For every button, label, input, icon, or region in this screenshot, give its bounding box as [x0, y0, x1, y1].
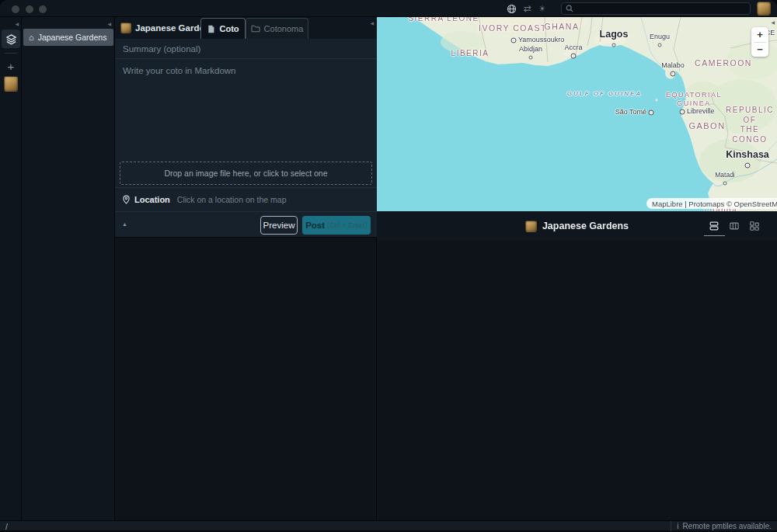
coto-content-input[interactable]: [123, 66, 369, 153]
columns-view-icon: [729, 221, 740, 231]
columns-view-button[interactable]: [728, 220, 740, 232]
map-country-label: GHANA: [545, 22, 580, 32]
map-city-marker: [680, 110, 685, 115]
map-city-label: Abidjan: [519, 45, 542, 54]
add-node-button[interactable]: +: [0, 57, 22, 75]
collapse-nav-icon[interactable]: ◀: [107, 22, 111, 26]
markdown-area: [115, 59, 377, 160]
map-city-marker: [745, 163, 751, 169]
statusbar-message: i Remote pmtiles available.: [671, 521, 777, 531]
location-pin-icon: [122, 195, 131, 204]
map-city-marker: [671, 71, 676, 77]
right-column: SIERRA LEONEIVORY COASTGHANALIBERIACAMER…: [377, 17, 777, 520]
map-city-marker: [529, 56, 533, 60]
sidebar-divider: [5, 53, 17, 54]
grid-view-icon: [749, 221, 760, 231]
location-hint: Click on a location on the map: [177, 195, 287, 204]
panel-title: Japanese Gardens: [542, 221, 629, 231]
globe-icon[interactable]: [504, 0, 518, 17]
collapse-right-panel-icon[interactable]: ◀: [771, 20, 775, 25]
map-city-label: Accra: [564, 43, 582, 52]
map-attribution: MapLibre | Protomaps © OpenStreetMap i: [646, 198, 777, 209]
user-avatar[interactable]: [757, 2, 771, 16]
zoom-in-button[interactable]: +: [751, 27, 768, 42]
search-box[interactable]: [561, 2, 751, 15]
map-zoom-control: + −: [751, 27, 768, 57]
info-icon: i: [677, 522, 678, 530]
summary-input[interactable]: [123, 44, 364, 54]
map[interactable]: SIERRA LEONEIVORY COASTGHANALIBERIACAMER…: [377, 17, 777, 211]
map-city-label: Libreville: [687, 107, 715, 116]
zoom-divider: [754, 42, 766, 43]
map-city-marker: [723, 182, 727, 186]
cotonoma-avatar: [525, 221, 537, 232]
stream-view-button[interactable]: [708, 220, 720, 232]
close-button[interactable]: [12, 5, 19, 13]
minimize-button[interactable]: [26, 5, 33, 13]
map-city-label: Kinshasa: [726, 149, 769, 162]
map-country-label: CAMEROON: [695, 58, 752, 68]
post-button-shortcut: (Ctrl + Enter): [327, 221, 368, 229]
statusbar-shortcut-hint: /: [5, 521, 8, 531]
map-city-marker: [511, 38, 517, 43]
statusbar: / i Remote pmtiles available.: [0, 520, 777, 532]
map-ocean-label: GULF OF GUINEA: [567, 90, 642, 98]
coto-icon: [207, 25, 215, 33]
tab-label: Coto: [219, 24, 239, 33]
maximize-button[interactable]: [39, 5, 47, 13]
summary-row: [115, 39, 377, 59]
fold-editor-toggle[interactable]: ▲: [122, 221, 127, 227]
map-country-label: REPUBLIC OF THE CONGO: [726, 106, 774, 144]
preview-button[interactable]: Preview: [260, 216, 298, 235]
grid-view-button[interactable]: [748, 220, 761, 232]
layers-icon: [5, 33, 17, 45]
map-city-marker: [612, 43, 616, 47]
post-button[interactable]: Post (Ctrl + Enter): [302, 216, 371, 235]
cotonoma-panel-header: Japanese Gardens: [377, 211, 777, 241]
location-row: Location Click on a location on the map: [115, 187, 377, 211]
map-country-label: SIERRA LEONE: [408, 17, 479, 23]
cotonoma-folder-icon: [251, 25, 260, 33]
statusbar-message-text: Remote pmtiles available.: [683, 522, 772, 530]
nav-item-label: Japanese Gardens: [38, 33, 107, 42]
map-city-marker: [658, 43, 662, 47]
cotonoma-timeline: [377, 241, 777, 520]
map-city-marker: [649, 110, 654, 116]
search-input[interactable]: [577, 5, 732, 13]
app-window: ⇄ ☀ ◀ + ◀ ⌂ Japanese Gardens: [0, 0, 777, 532]
map-country-label: LIBERIA: [451, 49, 490, 59]
editor-footer: ▲ Preview Post (Ctrl + Enter): [115, 211, 377, 238]
map-country-label: EQUATORIAL GUINEA: [653, 91, 736, 109]
tab-cotonoma[interactable]: Cotonoma: [246, 18, 308, 39]
zoom-out-button[interactable]: −: [751, 42, 768, 57]
collapse-editor-panel-icon[interactable]: ◀: [370, 21, 374, 26]
nodes-button[interactable]: [2, 30, 20, 48]
map-city-label: Malabo: [661, 61, 685, 70]
node-avatar-japanese-gardens[interactable]: [4, 76, 18, 92]
editor-header: Japanese Gardens Coto Cotonoma ◀: [115, 17, 377, 39]
center-column: Japanese Gardens Coto Cotonoma ◀: [115, 17, 377, 520]
map-city-label: São Tomé: [615, 108, 646, 116]
map-city-label: Enugu: [650, 33, 670, 41]
nav-item-japanese-gardens[interactable]: ⌂ Japanese Gardens: [23, 29, 113, 46]
tab-coto[interactable]: Coto: [200, 18, 246, 39]
location-label: Location: [134, 195, 170, 204]
map-city-label: Yamoussoukro: [518, 36, 564, 44]
map-city-label: Lagos: [600, 29, 629, 41]
map-country-label: GABON: [688, 121, 725, 132]
attribution-text: MapLibre | Protomaps © OpenStreetMap: [652, 200, 777, 208]
nav-panel: ◀ ⌂ Japanese Gardens: [22, 17, 115, 520]
stream-view-icon: [709, 221, 720, 231]
swap-arrows-icon[interactable]: ⇄: [521, 0, 535, 17]
cotonoma-avatar: [120, 23, 131, 33]
theme-sun-icon[interactable]: ☀: [536, 0, 549, 17]
map-city-label: Matadi: [715, 171, 735, 179]
search-icon: [566, 5, 573, 12]
collapse-sidebar-icon[interactable]: ◀: [15, 22, 19, 26]
active-view-underline: [704, 235, 725, 236]
titlebar: ⇄ ☀: [0, 0, 777, 17]
image-drop-zone[interactable]: Drop an image file here, or click to sel…: [120, 162, 372, 185]
drop-zone-hint: Drop an image file here, or click to sel…: [164, 169, 327, 178]
icon-sidebar: ◀ +: [0, 17, 22, 520]
post-button-label: Post: [305, 221, 325, 230]
